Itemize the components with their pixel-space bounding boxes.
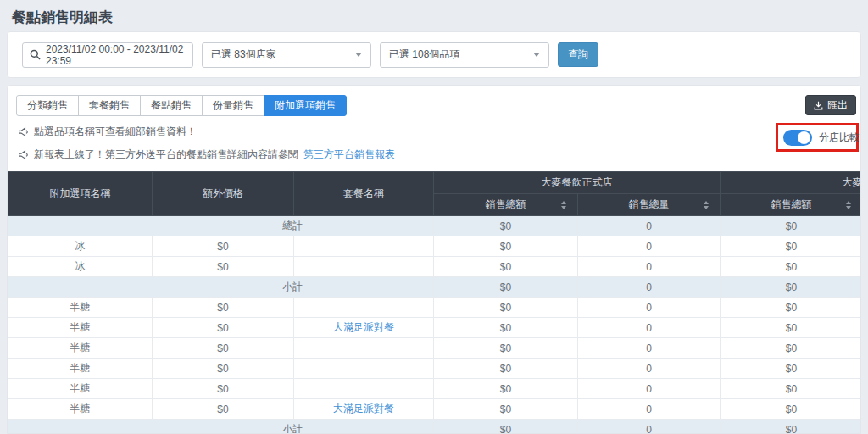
branch-compare-label: 分店比較 [819, 131, 860, 145]
table-row: 半糖$0$00$0 [8, 298, 862, 318]
col-header-extra-price: 額外價格 [153, 172, 294, 216]
value-cell: $0 [434, 257, 578, 277]
value-cell: $0 [434, 318, 578, 338]
table-row: 冰$0$00$0 [8, 236, 862, 257]
value-cell: 0 [578, 277, 721, 298]
filter-bar: 2023/11/02 00:00 - 2023/11/02 23:59 已選 8… [7, 31, 861, 78]
summary-row: 小計$00$0 [8, 277, 862, 298]
subheader-label: 銷售總量 [629, 198, 670, 210]
value-cell: 0 [578, 399, 721, 420]
value-cell: $0 [434, 359, 578, 379]
combo-link[interactable]: 大滿足派對餐 [333, 321, 394, 333]
tab-category-sales[interactable]: 分類銷售 [16, 95, 79, 116]
extra-price-cell: $0 [153, 399, 294, 420]
value-cell: 0 [578, 318, 721, 338]
addon-option-cell: 冰 [8, 257, 153, 277]
extra-price-cell: $0 [153, 338, 294, 359]
value-cell: 0 [578, 379, 721, 399]
sort-header-sales-amount-1[interactable]: 銷售總額 [434, 194, 578, 216]
combo-name-cell: 大滿足派對餐 [294, 318, 434, 338]
value-cell: $0 [721, 318, 862, 338]
combo-name-cell [294, 379, 434, 399]
search-icon [30, 49, 41, 60]
value-cell: $0 [434, 236, 578, 257]
chevron-down-icon [355, 53, 362, 57]
value-cell: $0 [434, 298, 578, 318]
value-cell: 0 [578, 420, 721, 434]
value-cell: $0 [721, 338, 862, 359]
extra-price-cell: $0 [153, 379, 294, 399]
addon-option-cell: 半糖 [8, 399, 153, 420]
item-select[interactable]: 已選 108個品項 [380, 42, 549, 68]
addon-option-cell: 冰 [8, 236, 153, 257]
page-title: 餐點銷售明細表 [12, 8, 113, 27]
toggle-knob [798, 131, 810, 144]
table-row: 半糖$0大滿足派對餐$00$0 [8, 318, 862, 338]
table-row: 冰$0$00$0 [8, 257, 862, 277]
table-body: 總計$00$0冰$0$00$0冰$0$00$0小計$00$0半糖$0$00$0半… [8, 216, 862, 434]
value-cell: $0 [434, 277, 578, 298]
sort-icon [561, 201, 566, 209]
megaphone-icon [18, 149, 29, 160]
combo-name-cell [294, 298, 434, 318]
branch-compare-toggle[interactable] [783, 130, 812, 146]
notice-line-2: 新報表上線了！第三方外送平台的餐點銷售詳細內容請參閱第三方平台銷售報表 [18, 147, 860, 162]
value-cell: $0 [721, 216, 862, 236]
summary-label: 小計 [153, 420, 434, 434]
value-cell: $0 [434, 216, 578, 236]
value-cell: $0 [721, 399, 862, 420]
tab-portion-sales[interactable]: 份量銷售 [202, 95, 264, 116]
export-button[interactable]: 匯出 [805, 95, 856, 115]
report-panel: 分類銷售 套餐銷售 餐點銷售 份量銷售 附加選項銷售 匯出 點選品項名稱可查看細… [7, 85, 861, 434]
addon-option-cell: 半糖 [8, 379, 153, 399]
summary-row: 總計$00$0 [8, 216, 862, 236]
value-cell: 0 [578, 298, 721, 318]
sales-table: 附加選項名稱 額外價格 套餐名稱 大麥餐飲正式店 大麥餐飲 銷售總額 銷售總量 [8, 171, 861, 434]
tab-meal-sales[interactable]: 餐點銷售 [140, 95, 203, 116]
addon-option-cell: 半糖 [8, 359, 153, 379]
sort-header-sales-amount-2[interactable]: 銷售總額 [721, 194, 862, 216]
store-group-header-1: 大麥餐飲正式店 [434, 172, 721, 194]
extra-price-cell: $0 [153, 298, 294, 318]
value-cell: $0 [721, 298, 862, 318]
value-cell: 0 [578, 338, 721, 359]
col-header-combo-name: 套餐名稱 [294, 172, 434, 216]
sales-table-wrap: 附加選項名稱 額外價格 套餐名稱 大麥餐飲正式店 大麥餐飲 銷售總額 銷售總量 [8, 171, 861, 434]
value-cell: $0 [721, 420, 862, 434]
notice-text: 新報表上線了！第三方外送平台的餐點銷售詳細內容請參閱 [34, 147, 298, 162]
item-select-value: 已選 108個品項 [389, 47, 459, 62]
notice-line-1: 點選品項名稱可查看細部銷售資料！ [18, 125, 860, 139]
value-cell: $0 [721, 257, 862, 277]
value-cell: $0 [721, 277, 862, 298]
extra-price-cell: $0 [153, 359, 294, 379]
third-party-report-link[interactable]: 第三方平台銷售報表 [303, 147, 395, 162]
tab-addon-sales[interactable]: 附加選項銷售 [264, 95, 347, 116]
table-row: 半糖$0$00$0 [8, 338, 862, 359]
megaphone-icon [18, 126, 29, 137]
table-row: 半糖$0大滿足派對餐$00$0 [8, 399, 862, 420]
sort-header-sales-qty-1[interactable]: 銷售總量 [578, 194, 721, 216]
combo-name-cell [294, 257, 434, 277]
addon-option-cell: 半糖 [8, 338, 153, 359]
summary-row: 小計$00$0 [8, 420, 862, 434]
store-select[interactable]: 已選 83個店家 [202, 42, 371, 68]
extra-price-cell: $0 [153, 318, 294, 338]
extra-price-cell: $0 [153, 257, 294, 277]
date-range-input[interactable]: 2023/11/02 00:00 - 2023/11/02 23:59 [22, 42, 193, 68]
value-cell: 0 [578, 257, 721, 277]
summary-label: 總計 [153, 216, 434, 236]
value-cell: $0 [721, 236, 862, 257]
search-button[interactable]: 查詢 [558, 42, 598, 67]
table-row: 半糖$0$00$0 [8, 359, 862, 379]
addon-option-cell: 半糖 [8, 298, 153, 318]
combo-link[interactable]: 大滿足派對餐 [333, 403, 394, 415]
value-cell: $0 [434, 420, 578, 434]
subheader-label: 銷售總額 [771, 198, 812, 210]
sort-icon [704, 201, 709, 209]
combo-name-cell [294, 338, 434, 359]
tabs-row: 分類銷售 套餐銷售 餐點銷售 份量銷售 附加選項銷售 匯出 [8, 86, 860, 116]
value-cell: 0 [578, 359, 721, 379]
store-select-value: 已選 83個店家 [211, 47, 276, 62]
combo-name-cell [294, 359, 434, 379]
tab-combo-sales[interactable]: 套餐銷售 [78, 95, 141, 116]
